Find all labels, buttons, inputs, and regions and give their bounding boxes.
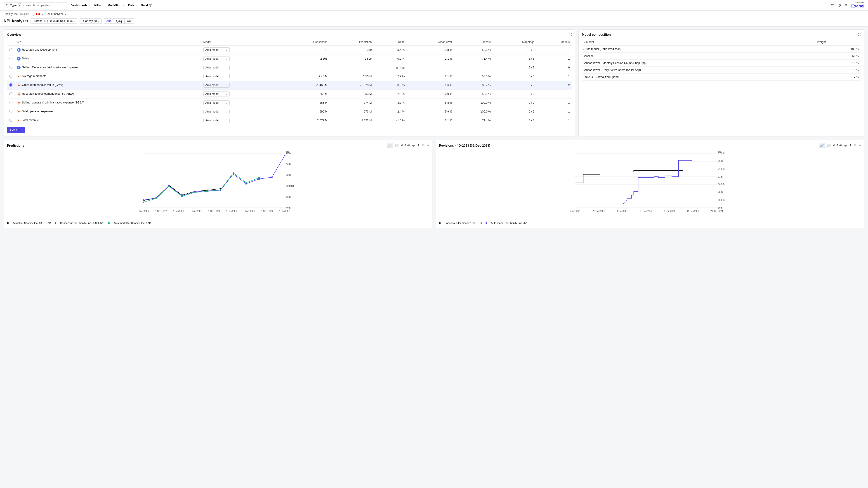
user-icon[interactable]	[844, 4, 848, 7]
toggle-qoq[interactable]: QoQ	[114, 19, 124, 24]
composition-panel: Model composition ⛶ ▾ Model Weight ▾ Aut…	[579, 29, 864, 136]
svg-rect-55	[143, 201, 144, 203]
model-select[interactable]: Auto model ⌄	[204, 92, 230, 96]
table-row[interactable]: ✱Average merchants Auto model ⌄ 2.45 M2.…	[7, 72, 572, 81]
kpi-type-icon: ✱	[17, 119, 21, 122]
col-mappings: Mappings	[493, 39, 536, 46]
table-row[interactable]: ✱Total operating expenses Auto model ⌄ 6…	[7, 107, 572, 116]
composition-table: ▾ Model Weight ▾ Auto model (Ratio Predi…	[582, 39, 861, 80]
svg-text:6 Nov 2023: 6 Nov 2023	[569, 210, 581, 213]
search-box[interactable]: Type /	[4, 2, 67, 8]
company-dropdown-icon[interactable]: ▾	[42, 13, 43, 15]
model-select[interactable]: Auto model ⌄	[204, 118, 230, 123]
help-icon[interactable]	[838, 4, 841, 7]
table-row[interactable]: FSelling, General and Administrative Exp…	[7, 63, 572, 72]
svg-rect-57	[168, 186, 170, 187]
svg-text:20 Nov 2023: 20 Nov 2023	[592, 210, 605, 213]
breadcrumb-page[interactable]: KPI Analyzer	[48, 12, 63, 15]
line-chart-icon[interactable]: 📈	[387, 143, 393, 148]
expand-icon[interactable]: ⛶	[858, 33, 861, 36]
svg-text:80 B: 80 B	[286, 163, 291, 166]
bar-chart-icon[interactable]: 📊	[395, 144, 399, 147]
nav-dashboards[interactable]: Dashboards ⌄	[70, 4, 90, 7]
svg-rect-54	[284, 155, 285, 156]
row-radio[interactable]	[9, 66, 12, 69]
open-external-icon[interactable]: ↗	[859, 144, 861, 147]
kpi-type-icon: ✱	[17, 84, 21, 87]
svg-text:69.5 B: 69.5 B	[718, 199, 724, 201]
nav-modelling[interactable]: Modelling ⌄	[107, 4, 124, 7]
row-radio[interactable]	[9, 74, 12, 78]
model-select[interactable]: Auto model ⌄	[204, 109, 230, 114]
composition-row[interactable]: Sensor Tower - Daily Active Users (Selle…	[582, 67, 861, 74]
current-period-selector[interactable]: Current - 4Q-2023 (31 Dec 2023) ⌄	[31, 18, 77, 24]
copy-icon[interactable]: ⧉	[422, 144, 424, 147]
line-chart-icon[interactable]: 📈	[827, 144, 831, 147]
svg-text:1 Jan 2025: 1 Jan 2025	[279, 210, 290, 213]
link-icon[interactable]: 🔗	[819, 143, 825, 148]
download-icon[interactable]: ⬇	[849, 144, 852, 147]
breadcrumb-company[interactable]: Shopify, Inc.	[4, 12, 18, 15]
model-select[interactable]: Auto model ⌄	[204, 65, 230, 70]
model-select[interactable]: Auto model ⌄	[204, 74, 230, 79]
row-radio[interactable]	[9, 101, 12, 104]
settings-button[interactable]: ⚙ Settings	[401, 144, 415, 147]
svg-rect-60	[207, 191, 209, 192]
col-kpi: KPI	[15, 39, 201, 46]
row-radio[interactable]	[9, 110, 12, 113]
expand-icon[interactable]: ⛶	[569, 33, 572, 36]
table-row[interactable]: ✱Total revenue Auto model ⌄ 2 072 M2 052…	[7, 116, 572, 125]
overview-panel: Overview ⛶ KPI Model Consensus Predictio…	[4, 29, 575, 136]
table-row[interactable]: ✱Research & development expense (R&D) Au…	[7, 90, 572, 98]
svg-text:70 B: 70 B	[286, 174, 291, 176]
svg-text:72 B: 72 B	[718, 160, 723, 162]
search-kbd: /	[18, 3, 21, 7]
predictions-legend: ■— Actual for Shopify, Inc. (USD, R1)■— …	[7, 221, 429, 225]
col-prediction: Prediction	[330, 39, 374, 46]
svg-point-4	[150, 4, 151, 5]
table-row[interactable]: FResearch and Development Auto model ⌄ 3…	[7, 46, 572, 55]
nav-kpis[interactable]: KPIs ⌄	[94, 4, 103, 7]
composition-row[interactable]: Baseline56 %	[582, 53, 861, 60]
row-radio[interactable]	[9, 92, 12, 95]
page-dropdown-icon[interactable]: ▾	[65, 13, 66, 15]
copy-icon[interactable]: ⧉	[854, 144, 856, 147]
svg-rect-59	[194, 192, 195, 193]
predictions-panel: Predictions 📈 📊 ⚙ Settings ⬇ ⧉ ↗ 90 B80 …	[4, 140, 432, 228]
run-button[interactable]: ▷ Run	[397, 66, 405, 69]
svg-text:50 B: 50 B	[286, 196, 291, 198]
settings-button[interactable]: ⚙ Settings	[833, 144, 847, 147]
open-external-icon[interactable]: ↗	[427, 144, 429, 147]
svg-rect-63	[246, 182, 247, 184]
svg-text:1 May 2024: 1 May 2024	[243, 210, 255, 213]
list-icon[interactable]	[831, 4, 834, 7]
row-radio[interactable]	[9, 84, 12, 87]
svg-point-0	[6, 4, 8, 6]
table-row[interactable]: FSales Auto model ⌄ 2 8062 805-0.0 %2.1 …	[7, 55, 572, 63]
row-radio[interactable]	[9, 48, 12, 51]
toggle-abs[interactable]: Abs	[104, 19, 114, 24]
table-row[interactable]: ✱Gross merchandise value (GMV) Auto mode…	[7, 81, 572, 90]
composition-row[interactable]: Facteus - Normalized Spend7 %	[582, 74, 861, 80]
svg-point-10	[831, 6, 832, 6]
model-select[interactable]: Auto model ⌄	[204, 47, 230, 53]
table-row[interactable]: ✱Selling, general & administrative expen…	[7, 98, 572, 107]
model-select[interactable]: Auto model ⌄	[204, 56, 230, 61]
row-radio[interactable]	[9, 57, 12, 60]
frequency-selector[interactable]: Quarterly (9) ⌄	[80, 18, 101, 24]
nav-prod[interactable]: Prod	[141, 4, 152, 7]
kpi-type-icon: ✱	[17, 74, 21, 78]
add-kpi-button[interactable]: + Add KPI	[7, 127, 25, 133]
toggle-yoy[interactable]: YoY	[125, 19, 134, 24]
model-select[interactable]: Auto model ⌄	[204, 100, 230, 105]
row-radio[interactable]	[9, 119, 12, 122]
predictions-chart: 90 B80 B70 B60.00 B50 B40 BR11 May 20221…	[7, 150, 429, 220]
model-select[interactable]: Auto model ⌄	[204, 83, 230, 88]
nav-data[interactable]: Data ⌄	[128, 4, 137, 7]
search-input[interactable]	[23, 4, 65, 7]
kpi-type-icon: F	[17, 48, 21, 52]
download-icon[interactable]: ⬇	[417, 144, 420, 147]
svg-text:1 May 2023: 1 May 2023	[191, 210, 203, 213]
composition-row[interactable]: ▾ Auto model (Ratio Prediction)100 %	[582, 46, 861, 53]
composition-row[interactable]: Sensor Tower - Monthly Session Count (Sh…	[582, 60, 861, 67]
